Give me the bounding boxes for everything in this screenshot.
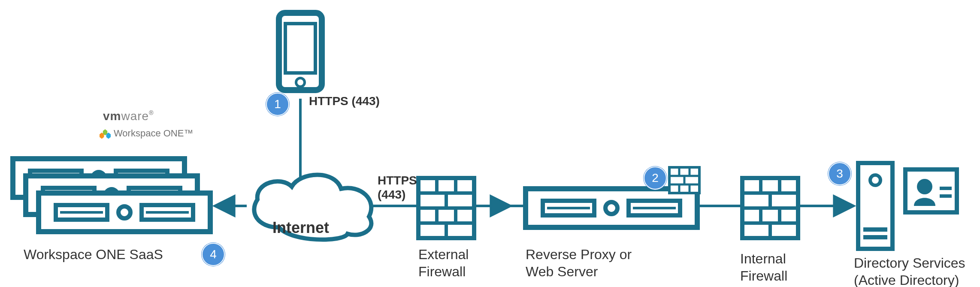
mobile-device-icon — [279, 13, 322, 90]
reverse-proxy-server-icon — [526, 189, 697, 227]
badge-4: 4 — [202, 243, 225, 266]
protocol-internet-extfw-line2: (443) — [378, 188, 405, 202]
vmware-logo-vm: vm — [103, 109, 121, 123]
internal-firewall-icon — [742, 178, 798, 238]
vmware-logo-reg: ® — [149, 109, 154, 116]
external-firewall-label: External Firewall — [418, 246, 469, 280]
workspace-one-subbrand: Workspace ONE™ — [114, 128, 193, 139]
internal-firewall-label: Internal Firewall — [740, 250, 787, 284]
svg-point-22 — [917, 179, 932, 194]
directory-tower-icon — [858, 163, 892, 249]
reverse-proxy-label: Reverse Proxy or Web Server — [526, 246, 632, 280]
badge-2: 2 — [644, 166, 667, 190]
svg-rect-7 — [285, 24, 315, 73]
svg-rect-20 — [863, 235, 887, 239]
svg-point-18 — [870, 175, 880, 185]
vmware-logo-text: vmware® — [103, 109, 154, 123]
diagram-svg — [0, 0, 980, 287]
reverse-proxy-firewall-badge-icon — [669, 167, 699, 193]
vmware-logo-ware: ware — [121, 109, 149, 123]
svg-point-8 — [296, 78, 305, 87]
external-firewall-icon — [418, 178, 474, 238]
architecture-diagram: vmware® Workspace ONE™ 1 2 3 4 HTTPS (44… — [0, 0, 980, 287]
workspace-one-logo-icon — [100, 129, 111, 140]
directory-services-label: Directory Services (Active Directory) — [854, 254, 965, 287]
saas-label: Workspace ONE SaaS — [24, 246, 163, 263]
svg-rect-19 — [863, 227, 887, 232]
protocol-device-internet: HTTPS (443) — [309, 94, 380, 108]
saas-server-stack-icon — [13, 159, 210, 232]
internet-label: Internet — [272, 219, 329, 237]
user-card-icon — [905, 169, 957, 212]
svg-rect-24 — [940, 194, 952, 198]
protocol-internet-extfw-line1: HTTPS — [378, 174, 417, 187]
badge-1: 1 — [266, 93, 289, 116]
badge-3: 3 — [828, 162, 851, 185]
svg-rect-23 — [940, 187, 952, 190]
